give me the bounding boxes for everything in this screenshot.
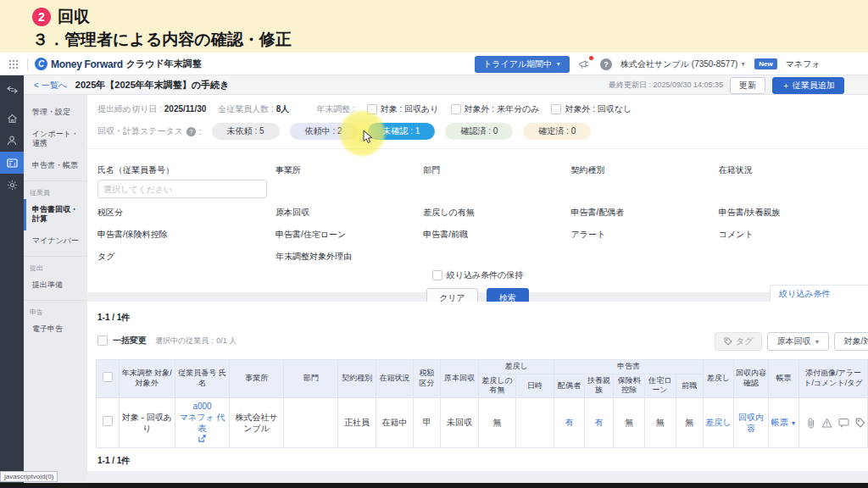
comment-icon[interactable] [838, 418, 849, 428]
employee-code-link[interactable]: a000 [177, 401, 227, 412]
paperclip-icon[interactable] [806, 418, 815, 429]
sidebar-section-declaration: 申告 [24, 300, 87, 319]
sidebar-item-collection-calc[interactable]: 申告書回収・計算 [24, 199, 87, 230]
status-help-icon[interactable]: ? [186, 127, 196, 136]
cell-office: 株式会社サンプル [230, 398, 284, 448]
collapse-sidebar-icon[interactable] [0, 79, 24, 101]
trial-period-button[interactable]: トライアル期間中▼ [475, 56, 570, 73]
brand-name: Money Forward [51, 58, 123, 70]
selected-employees-info: 選択中の従業員：0/1 人 [155, 336, 236, 347]
tutorial-banner: 2 回収 ３．管理者による内容の確認・修正 [0, 0, 868, 53]
status-pill-not-requested[interactable]: 未依頼 : 5 [212, 123, 280, 140]
nencho-filter-label: 年末調整 : [316, 103, 355, 115]
external-link-icon[interactable] [198, 435, 206, 442]
status-pill-unconfirmed[interactable]: 未確認 : 1 [368, 123, 436, 140]
header-nencho-target: 年末調整 対象/対象外 [119, 360, 175, 398]
tag-button[interactable]: タグ [715, 332, 762, 351]
status-pill-finalized[interactable]: 確定済 : 0 [523, 123, 591, 140]
field-label-dependents: 申告書/扶養親族 [719, 208, 781, 217]
status-pill-confirmed[interactable]: 確認済 : 0 [445, 123, 513, 140]
review-content-link[interactable]: 回収内容 [738, 413, 764, 434]
home-icon[interactable] [0, 108, 24, 130]
help-icon[interactable]: ? [600, 58, 612, 70]
field-label-prevjob: 申告書/前職 [423, 230, 468, 239]
checkbox-icon[interactable] [551, 104, 561, 114]
status-filter-label: 回収・計算ステータス [97, 125, 183, 137]
field-label-insurance: 申告書/保険料控除 [97, 230, 168, 239]
row-tag-icon[interactable] [855, 418, 865, 428]
cell-return-action: 差戻し [704, 398, 734, 448]
header-original: 原本回収 [440, 360, 478, 398]
cell-enrollment: 在籍中 [376, 398, 413, 448]
field-label-excluded-reason: 年末調整対象外理由 [275, 252, 352, 261]
keep-filter-label: 絞り込み条件の保持 [447, 269, 524, 281]
collection-calc-icon[interactable] [0, 152, 24, 174]
keep-filter-checkbox[interactable] [432, 270, 442, 280]
refresh-button[interactable]: 更新 [730, 77, 765, 94]
headcount-label: 全従業員人数 : [218, 104, 274, 114]
cell-target: 対象 - 回収あり [119, 398, 175, 448]
target-toggle-button[interactable]: 対象/対象外▼ [834, 332, 868, 351]
sidebar-item-submission-prep[interactable]: 提出準備 [24, 274, 87, 297]
dependents-link[interactable]: 有 [595, 418, 604, 427]
alert-icon[interactable] [821, 418, 832, 428]
money-forward-logo[interactable]: C Money Forward クラウド年末調整 [35, 58, 202, 70]
header-group-declaration: 申告書 [554, 360, 704, 374]
notification-dot [589, 56, 593, 60]
sidebar-item-forms[interactable]: 申告書・帳票 [24, 155, 87, 177]
status-pill-requesting[interactable]: 依頼中 : 2 [290, 123, 358, 140]
product-name: クラウド年末調整 [126, 58, 202, 70]
employee-name-link[interactable]: マネフォ 代表 [177, 412, 227, 434]
sidebar-item-e-filing[interactable]: 電子申告 [24, 319, 87, 341]
result-count-top: 1-1 / 1件 [87, 302, 868, 324]
step-title: 回収 [58, 6, 90, 28]
header-select [97, 360, 120, 398]
field-label-tag: タグ [97, 252, 114, 261]
filter-panel: 提出締め切り日 : 2025/11/30 全従業員人数 : 8人 年末調整 : … [87, 95, 868, 292]
checkbox-icon[interactable] [451, 104, 461, 114]
divider [27, 58, 28, 70]
field-label-alert: アラート [571, 230, 606, 239]
status-bar-link-tooltip: javascriptvoid(0) [0, 471, 58, 482]
megaphone-icon[interactable] [578, 58, 592, 71]
settings-gear-icon[interactable] [0, 174, 24, 196]
back-to-list-link[interactable]: < 一覧へ [34, 80, 67, 92]
field-label-enrollment: 在籍状況 [719, 165, 753, 175]
checkbox-icon[interactable] [367, 104, 377, 114]
cell-prevjob: 無 [676, 398, 704, 448]
sidebar-item-settings[interactable]: 管理・設定 [24, 102, 87, 124]
header-office: 事業所 [230, 360, 284, 398]
employees-icon[interactable] [0, 130, 24, 152]
report-dropdown-link[interactable]: 帳票 ▼ [771, 418, 797, 427]
select-all-checkbox[interactable] [103, 372, 113, 382]
filter-conditions-tab[interactable]: 絞り込み条件 [770, 285, 868, 302]
return-action-link[interactable]: 差戻し [705, 418, 731, 427]
spouse-link[interactable]: 有 [565, 418, 573, 427]
cell-attachments [798, 398, 867, 448]
sidebar-item-import[interactable]: インポート・連携 [24, 124, 87, 155]
row-checkbox[interactable] [103, 416, 113, 426]
cell-dependents: 有 [584, 398, 614, 448]
sidebar-menu: 管理・設定 インポート・連携 申告書・帳票 従業員 申告書回収・計算 マイナンバ… [24, 95, 87, 483]
bulk-change-checkbox[interactable] [97, 336, 108, 346]
results-panel: 1-1 / 1件 一括変更 選択中の従業員：0/1 人 タグ 原本回収▼ 対象/… [87, 302, 868, 471]
employee-name-input[interactable] [97, 180, 267, 198]
sidebar-item-mynumber[interactable]: マイナンバー [24, 230, 87, 252]
header-dependents: 扶養親族 [584, 374, 614, 397]
header-returned-at: 日時 [515, 374, 554, 397]
bottom-bar [0, 483, 868, 488]
add-employee-button[interactable]: ＋ 従業員追加 [772, 77, 844, 94]
cell-review: 回収内容 [733, 398, 768, 448]
app-launcher-icon[interactable] [7, 58, 20, 71]
employees-table: 年末調整 対象/対象外 従業員番号 氏名 事業所 部門 契約種別 在籍状況 税額… [96, 359, 868, 448]
money-forward-globe-icon: C [35, 58, 47, 70]
breadcrumb: < 一覧へ 2025年【2025年年末調整】の手続き 最終更新日 : 2025/… [24, 75, 868, 95]
cell-select [97, 398, 120, 448]
checkbox-target-collected[interactable]: 対象 : 回収あり [367, 103, 439, 115]
checkbox-excluded-nocollect[interactable]: 対象外 : 回収なし [551, 103, 632, 115]
company-menu[interactable]: 株式会社サンプル (7350-8577)▼ [620, 58, 746, 70]
checkbox-excluded-nextyear[interactable]: 対象外 : 来年分のみ [451, 103, 540, 115]
icon-rail [0, 75, 24, 483]
original-collect-button[interactable]: 原本回収▼ [767, 332, 829, 351]
step-number-badge: 2 [32, 8, 51, 26]
